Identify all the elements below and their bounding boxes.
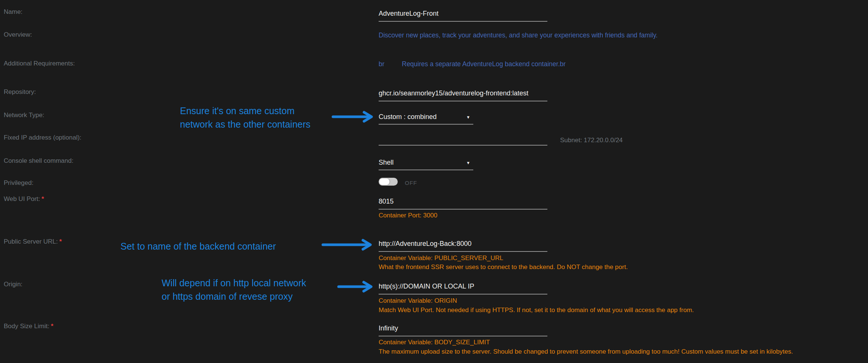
public-server-url-help: What the frontend SSR server uses to con… bbox=[379, 263, 628, 271]
console-shell-label: Console shell command: bbox=[4, 157, 73, 165]
body-size-limit-help: The maximum upload size to the server. S… bbox=[379, 348, 793, 356]
annotation-public-url-line1: Set to name of the backend container bbox=[120, 240, 276, 253]
privileged-toggle[interactable] bbox=[379, 178, 398, 186]
web-ui-port-help: Container Port: 3000 bbox=[379, 212, 437, 219]
subnet-info: Subnet: 172.20.0.0/24 bbox=[560, 137, 623, 144]
public-server-url-variable: Container Variable: PUBLIC_SERVER_URL bbox=[379, 254, 503, 262]
annotation-origin-line1: Will depend if on http local network bbox=[162, 276, 306, 290]
repository-label: Repository: bbox=[4, 88, 36, 96]
additional-requirements-text: Requires a separate AdventureLog backend… bbox=[402, 60, 566, 68]
overview-text: Discover new places, track your adventur… bbox=[379, 31, 658, 39]
body-size-limit-input[interactable] bbox=[379, 324, 547, 336]
annotation-network-line2: network as the other containers bbox=[180, 118, 311, 131]
chevron-down-icon: ▼ bbox=[466, 159, 470, 165]
name-label: Name: bbox=[4, 8, 22, 16]
origin-help: Match Web UI Port. Not needed if using H… bbox=[379, 306, 694, 314]
origin-variable: Container Variable: ORIGIN bbox=[379, 297, 457, 305]
fixed-ip-label: Fixed IP address (optional): bbox=[4, 134, 82, 141]
container-template-form: Name: Overview: Discover new places, tra… bbox=[0, 0, 868, 363]
network-type-selected-value: Custom : combined bbox=[379, 113, 437, 121]
annotation-arrow-icon bbox=[321, 239, 374, 251]
network-type-label: Network Type: bbox=[4, 112, 44, 119]
fixed-ip-input[interactable] bbox=[379, 134, 547, 146]
network-type-select[interactable]: Custom : combined ▼ bbox=[379, 113, 473, 125]
annotation-origin: Will depend if on http local network or … bbox=[162, 276, 306, 303]
privileged-state-text: OFF bbox=[405, 180, 417, 186]
public-server-url-label: Public Server URL:* bbox=[4, 238, 62, 245]
origin-input[interactable] bbox=[379, 283, 547, 295]
web-ui-port-input[interactable] bbox=[379, 198, 547, 210]
additional-requirements-prefix: br bbox=[379, 60, 385, 68]
annotation-arrow-icon bbox=[331, 111, 375, 123]
required-asterisk: * bbox=[59, 238, 62, 245]
overview-label: Overview: bbox=[4, 31, 32, 39]
public-server-url-input[interactable] bbox=[379, 240, 547, 252]
name-input[interactable] bbox=[379, 10, 547, 22]
privileged-label: Privileged: bbox=[4, 179, 33, 187]
body-size-limit-label: Body Size Limit:* bbox=[4, 323, 54, 330]
console-shell-select[interactable]: Shell ▼ bbox=[379, 159, 473, 170]
annotation-network-line1: Ensure it's on same custom bbox=[180, 104, 311, 118]
annotation-origin-line2: or https domain of revese proxy bbox=[162, 290, 306, 303]
additional-requirements-label: Additional Requirements: bbox=[4, 60, 75, 67]
repository-input[interactable] bbox=[379, 89, 547, 101]
required-asterisk: * bbox=[42, 195, 44, 202]
toggle-knob bbox=[379, 179, 389, 185]
chevron-down-icon: ▼ bbox=[466, 113, 470, 119]
annotation-arrow-icon bbox=[337, 281, 375, 293]
annotation-network: Ensure it's on same custom network as th… bbox=[180, 104, 311, 131]
annotation-public-url: Set to name of the backend container bbox=[120, 240, 276, 253]
console-shell-selected-value: Shell bbox=[379, 159, 394, 167]
body-size-limit-variable: Container Variable: BODY_SIZE_LIMIT bbox=[379, 339, 490, 346]
required-asterisk: * bbox=[51, 323, 54, 330]
web-ui-port-label: Web UI Port:* bbox=[4, 195, 44, 203]
origin-label: Origin: bbox=[4, 281, 22, 288]
